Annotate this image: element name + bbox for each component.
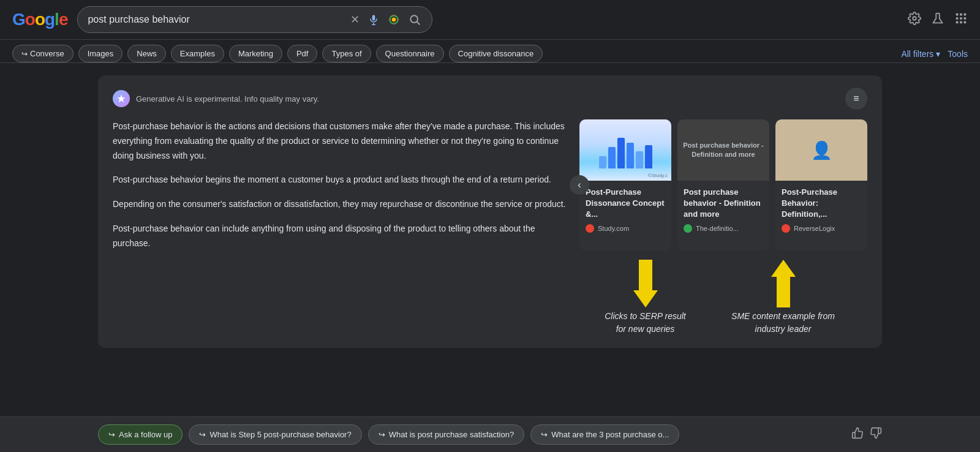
suggestion-1-icon: ↪ bbox=[199, 430, 206, 439]
apps-icon[interactable] bbox=[954, 12, 968, 28]
annotation-left-spacer bbox=[113, 257, 567, 336]
ai-card-1-body: Post-Purchase Dissonance Concept &... St… bbox=[579, 181, 671, 251]
filter-chip-examples[interactable]: Examples bbox=[171, 45, 224, 62]
filter-right: All filters ▾ Tools bbox=[901, 49, 968, 59]
ai-paragraph-4: Post-purchase behavior can include anyth… bbox=[113, 222, 567, 251]
search-bar-icons: ✕ bbox=[349, 12, 422, 28]
suggestion-1-button[interactable]: ↪ What is Step 5 post-purchase behavior? bbox=[189, 424, 361, 445]
suggestion-1-label: What is Step 5 post-purchase behavior? bbox=[209, 430, 351, 439]
suggestion-3-button[interactable]: ↪ What are the 3 post purchase o... bbox=[530, 424, 679, 445]
filter-chip-cognitive[interactable]: Cognitive dissonance bbox=[449, 45, 543, 62]
followup-icon: ↪ bbox=[108, 430, 115, 439]
all-filters-button[interactable]: All filters ▾ bbox=[901, 49, 940, 59]
filter-chip-questionnaire-label: Questionnaire bbox=[385, 49, 435, 58]
svg-rect-12 bbox=[964, 17, 967, 20]
followup-bar: ↪ Ask a follow up ↪ What is Step 5 post-… bbox=[0, 416, 980, 452]
filter-chip-examples-label: Examples bbox=[180, 49, 215, 58]
ai-cards: ‹ ©Study.c bbox=[579, 119, 867, 251]
filter-bar: ↪ Converse Images News Examples Marketin… bbox=[0, 40, 980, 63]
ai-card-2-body: Post purchase behavior - Definition and … bbox=[677, 181, 769, 251]
ai-card-2-source-dot bbox=[684, 224, 692, 233]
filter-chip-types-of[interactable]: Types of bbox=[322, 45, 371, 62]
annotation-left-text: Clicks to SERP result for new queries bbox=[603, 310, 688, 336]
svg-rect-15 bbox=[964, 21, 967, 23]
svg-rect-14 bbox=[960, 21, 962, 23]
ai-paragraph-1: Post-purchase behavior is the actions an… bbox=[113, 119, 567, 163]
svg-rect-8 bbox=[960, 13, 962, 15]
svg-point-3 bbox=[411, 15, 418, 23]
ai-card-1-source-dot bbox=[586, 224, 594, 233]
clear-search-button[interactable]: ✕ bbox=[349, 12, 361, 28]
thumbs-up-button[interactable] bbox=[851, 427, 864, 442]
voice-search-icon[interactable] bbox=[367, 13, 380, 26]
svg-rect-0 bbox=[372, 15, 375, 21]
svg-rect-9 bbox=[964, 13, 967, 15]
ai-card-3[interactable]: 👤 Post-Purchase Behavior: Definition,...… bbox=[775, 119, 867, 251]
labs-icon[interactable] bbox=[931, 12, 944, 28]
suggestion-2-button[interactable]: ↪ What is post purchase satisfaction? bbox=[368, 424, 525, 445]
ai-card-2-image: Post purchase behavior - Definition and … bbox=[677, 119, 769, 181]
cards-nav-prev-button[interactable]: ‹ bbox=[570, 175, 589, 195]
yellow-up-arrow-icon bbox=[771, 260, 796, 307]
suggestion-3-label: What are the 3 post purchase o... bbox=[551, 430, 669, 439]
header-right bbox=[908, 12, 968, 28]
filter-chip-images-label: Images bbox=[88, 49, 114, 58]
svg-line-4 bbox=[417, 22, 420, 25]
svg-rect-10 bbox=[956, 17, 959, 20]
ai-card-3-source: ReverseLogix bbox=[782, 224, 861, 233]
settings-icon[interactable] bbox=[908, 12, 921, 28]
ask-followup-button[interactable]: ↪ Ask a follow up bbox=[98, 424, 183, 445]
ai-card-2[interactable]: Post purchase behavior - Definition and … bbox=[677, 119, 769, 251]
suggestion-2-label: What is post purchase satisfaction? bbox=[389, 430, 514, 439]
ai-header: Generative AI is experimental. Info qual… bbox=[113, 88, 867, 110]
ai-expand-button[interactable]: ≡ bbox=[845, 88, 867, 110]
google-logo: Google bbox=[12, 10, 67, 29]
ai-card-1-source: Study.com bbox=[586, 224, 665, 233]
ai-card-1[interactable]: ©Study.c Post-Purchase Dissonance Concep… bbox=[579, 119, 671, 251]
converse-icon: ↪ bbox=[21, 50, 28, 58]
search-input[interactable] bbox=[88, 14, 344, 25]
ai-card-2-source-name: The-definitio... bbox=[696, 225, 739, 232]
thumbs-down-button[interactable] bbox=[870, 427, 882, 442]
ai-icon bbox=[113, 90, 130, 107]
svg-rect-7 bbox=[956, 13, 959, 15]
main-content: Generative AI is experimental. Info qual… bbox=[0, 63, 980, 435]
lens-search-icon[interactable] bbox=[386, 12, 401, 27]
filter-chip-converse-label: Converse bbox=[30, 49, 64, 58]
ai-paragraph-2: Post-purchase behavior begins the moment… bbox=[113, 173, 567, 187]
filter-chip-marketing-label: Marketing bbox=[238, 49, 273, 58]
ai-paragraph-3: Depending on the consumer's satisfaction… bbox=[113, 197, 567, 212]
annotation-right-text: SME content example from industry leader bbox=[722, 310, 845, 336]
svg-rect-13 bbox=[956, 21, 959, 23]
ai-card-1-image: ©Study.c bbox=[579, 119, 671, 181]
filter-chip-questionnaire[interactable]: Questionnaire bbox=[376, 45, 444, 62]
ai-card-1-source-name: Study.com bbox=[598, 225, 629, 232]
ai-card-3-title: Post-Purchase Behavior: Definition,... bbox=[782, 187, 861, 220]
ai-card-3-image: 👤 bbox=[775, 119, 867, 181]
ai-card-2-title: Post purchase behavior - Definition and … bbox=[684, 187, 763, 220]
search-button[interactable] bbox=[407, 12, 422, 27]
ai-card-2-source: The-definitio... bbox=[684, 224, 763, 233]
annotation-down-arrow: Clicks to SERP result for new queries bbox=[603, 257, 688, 336]
all-filters-chevron-icon: ▾ bbox=[936, 49, 940, 59]
svg-point-5 bbox=[913, 17, 916, 20]
tools-label: Tools bbox=[948, 49, 968, 59]
ai-text: Post-purchase behavior is the actions an… bbox=[113, 119, 567, 251]
filter-chip-pdf-label: Pdf bbox=[296, 49, 309, 58]
ask-followup-label: Ask a follow up bbox=[119, 430, 172, 439]
filter-chip-pdf[interactable]: Pdf bbox=[287, 45, 318, 62]
tools-button[interactable]: Tools bbox=[948, 49, 968, 59]
filter-chip-news[interactable]: News bbox=[127, 45, 166, 62]
filter-chip-marketing[interactable]: Marketing bbox=[229, 45, 282, 62]
svg-point-2 bbox=[392, 18, 396, 22]
search-bar[interactable]: ✕ bbox=[77, 6, 432, 33]
filter-chip-converse[interactable]: ↪ Converse bbox=[12, 45, 74, 62]
svg-rect-11 bbox=[960, 17, 962, 20]
ai-section: Generative AI is experimental. Info qual… bbox=[98, 75, 882, 348]
ai-card-3-source-dot bbox=[782, 224, 790, 233]
filter-chip-images[interactable]: Images bbox=[78, 45, 123, 62]
suggestion-3-icon: ↪ bbox=[541, 430, 548, 439]
filter-chip-news-label: News bbox=[137, 49, 157, 58]
ai-notice-text: Generative AI is experimental. Info qual… bbox=[136, 94, 319, 104]
annotation-up-arrow: SME content example from industry leader bbox=[722, 257, 845, 336]
